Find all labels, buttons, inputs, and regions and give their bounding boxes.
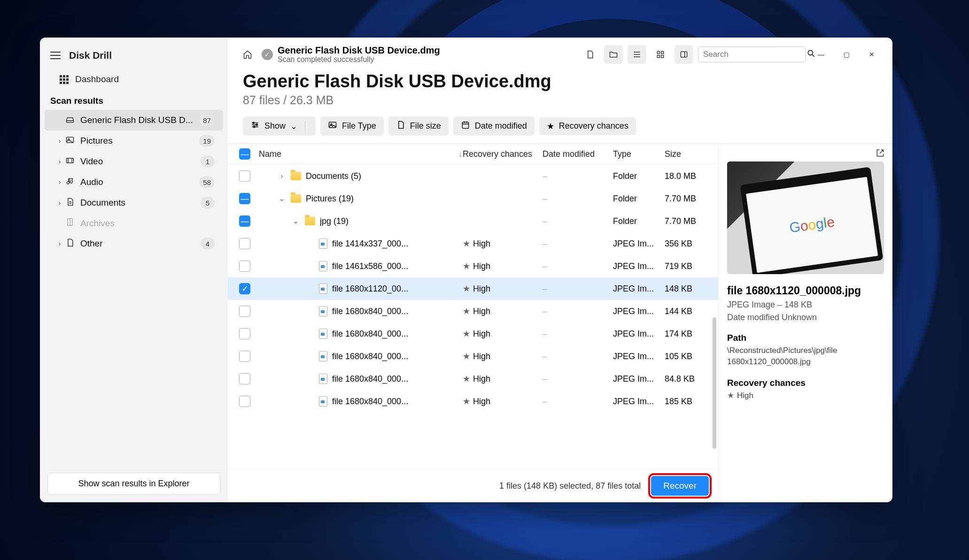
popout-icon[interactable] xyxy=(876,148,885,160)
chevron-right-icon: › xyxy=(55,137,64,145)
recover-button[interactable]: Recover xyxy=(651,476,709,496)
sidebar-item-label: Other xyxy=(80,238,201,249)
sidebar-item-other[interactable]: ›Other4 xyxy=(45,233,223,254)
col-type[interactable]: Type xyxy=(613,149,665,159)
file-size-icon xyxy=(396,120,405,132)
table-row[interactable]: file 1680x840_000... ★High – JPEG Im... … xyxy=(228,322,718,345)
svg-rect-0 xyxy=(67,121,74,122)
dashboard-label: Dashboard xyxy=(75,74,119,84)
row-checkbox[interactable] xyxy=(239,396,250,407)
table-row[interactable]: file 1680x840_000... ★High – JPEG Im... … xyxy=(228,368,718,390)
filter-show[interactable]: Show ⌄ xyxy=(243,116,316,136)
chevron-down-icon: ⌄ xyxy=(290,121,297,131)
sidebar-item-label: Archives xyxy=(80,218,215,229)
file-name: jpg (19) xyxy=(320,216,349,226)
scan-results-heading: Scan results xyxy=(40,89,228,110)
row-checkbox[interactable] xyxy=(239,238,250,249)
sidebar-item-documents[interactable]: ›Documents5 xyxy=(45,192,223,213)
image-icon xyxy=(64,135,76,147)
recovery-cell: ★High xyxy=(463,238,543,249)
table-row[interactable]: file 1414x337_000... ★High – JPEG Im... … xyxy=(228,232,718,255)
type-cell: Folder xyxy=(613,194,665,204)
type-cell: JPEG Im... xyxy=(613,239,665,249)
recovery-cell: ★High xyxy=(463,306,543,316)
row-checkbox[interactable] xyxy=(239,306,250,317)
expand-icon[interactable]: › xyxy=(278,172,286,180)
size-cell: 185 KB xyxy=(665,397,712,407)
sidebar-item-generic-flash-disk-usb-d-[interactable]: Generic Flash Disk USB D...87 xyxy=(45,110,223,130)
table-row[interactable]: file 1461x586_000... ★High – JPEG Im... … xyxy=(228,255,718,277)
star-icon: ★ xyxy=(727,391,734,400)
size-cell: 144 KB xyxy=(665,307,712,316)
file-icon[interactable] xyxy=(581,45,599,64)
file-icon xyxy=(319,284,327,294)
expand-icon[interactable]: ⌄ xyxy=(292,217,300,225)
panel-toggle-icon[interactable] xyxy=(674,45,693,64)
maximize-button[interactable]: ▢ xyxy=(836,45,857,64)
sidebar-item-label: Documents xyxy=(80,198,201,208)
col-recovery[interactable]: Recovery chances xyxy=(463,149,543,159)
sort-arrow-icon[interactable]: ↓ xyxy=(458,149,463,159)
grid-view-icon[interactable] xyxy=(651,45,670,64)
main-panel: ✓ Generic Flash Disk USB Device.dmg Scan… xyxy=(228,38,892,502)
row-checkbox[interactable] xyxy=(239,328,250,339)
audio-icon xyxy=(64,176,76,188)
table-row[interactable]: file 1680x840_000... ★High – JPEG Im... … xyxy=(228,345,718,368)
svg-rect-5 xyxy=(657,51,659,54)
expand-icon[interactable]: ⌄ xyxy=(278,195,286,202)
minimize-button[interactable]: ― xyxy=(811,45,831,64)
select-all-checkbox[interactable]: — xyxy=(239,148,250,160)
scrollbar[interactable] xyxy=(713,317,716,449)
col-size[interactable]: Size xyxy=(665,149,712,159)
sidebar-item-pictures[interactable]: ›Pictures19 xyxy=(45,130,223,151)
file-name: file 1414x337_000... xyxy=(332,239,408,249)
row-checkbox[interactable] xyxy=(239,373,250,384)
filter-file-type[interactable]: File Type xyxy=(320,116,384,136)
table-row[interactable]: file 1680x840_000... ★High – JPEG Im... … xyxy=(228,390,718,413)
row-checkbox[interactable]: ✓ xyxy=(239,283,250,294)
hamburger-icon[interactable] xyxy=(50,52,61,59)
count-badge: 87 xyxy=(199,114,215,126)
table-row[interactable]: ✓ file 1680x1120_00... ★High – JPEG Im..… xyxy=(228,277,718,300)
sidebar-item-archives[interactable]: Archives xyxy=(45,213,223,233)
col-date[interactable]: Date modified xyxy=(543,149,613,159)
col-name[interactable]: Name xyxy=(259,149,281,159)
file-icon xyxy=(319,396,327,407)
filter-recovery[interactable]: ★Recovery chances xyxy=(539,117,636,135)
date-cell: – xyxy=(543,307,613,316)
file-name: file 1680x840_000... xyxy=(332,374,408,384)
row-checkbox[interactable] xyxy=(239,351,250,362)
type-cell: JPEG Im... xyxy=(613,284,665,294)
search-input[interactable] xyxy=(703,50,803,59)
preview-path-heading: Path xyxy=(727,333,884,343)
table-row[interactable]: file 1680x840_000... ★High – JPEG Im... … xyxy=(228,300,718,322)
home-icon[interactable] xyxy=(238,45,257,64)
file-icon xyxy=(319,374,327,384)
row-checkbox[interactable] xyxy=(239,170,250,182)
file-name: file 1680x840_000... xyxy=(332,352,408,361)
file-name: file 1680x840_000... xyxy=(332,329,408,339)
table-row[interactable]: — ⌄Pictures (19) – Folder 7.70 MB xyxy=(228,187,718,210)
list-view-icon[interactable] xyxy=(628,45,646,64)
sidebar-item-video[interactable]: ›Video1 xyxy=(45,151,223,172)
sidebar-item-audio[interactable]: ›Audio58 xyxy=(45,172,223,192)
app-title: Disk Drill xyxy=(69,50,112,61)
sidebar-dashboard[interactable]: Dashboard xyxy=(40,69,228,89)
show-in-explorer-button[interactable]: Show scan results in Explorer xyxy=(47,473,220,495)
date-cell: – xyxy=(543,171,613,181)
table-row[interactable]: — ⌄jpg (19) – Folder 7.70 MB xyxy=(228,210,718,232)
table-row[interactable]: ›Documents (5) – Folder 18.0 MB xyxy=(228,165,718,187)
search-box[interactable] xyxy=(698,46,806,62)
recovery-cell: ★High xyxy=(463,261,543,271)
row-checkbox[interactable] xyxy=(239,261,250,272)
folder-icon[interactable] xyxy=(604,45,623,64)
filter-file-size[interactable]: File size xyxy=(388,116,449,136)
filter-date-modified[interactable]: Date modified xyxy=(453,116,535,136)
row-checkbox[interactable]: — xyxy=(239,215,250,227)
count-badge: 19 xyxy=(199,135,215,147)
row-checkbox[interactable]: — xyxy=(239,193,250,204)
sidebar-item-label: Video xyxy=(80,156,201,167)
preview-recovery-heading: Recovery chances xyxy=(727,378,884,388)
size-cell: 7.70 MB xyxy=(665,194,712,204)
close-button[interactable]: ✕ xyxy=(861,45,882,64)
